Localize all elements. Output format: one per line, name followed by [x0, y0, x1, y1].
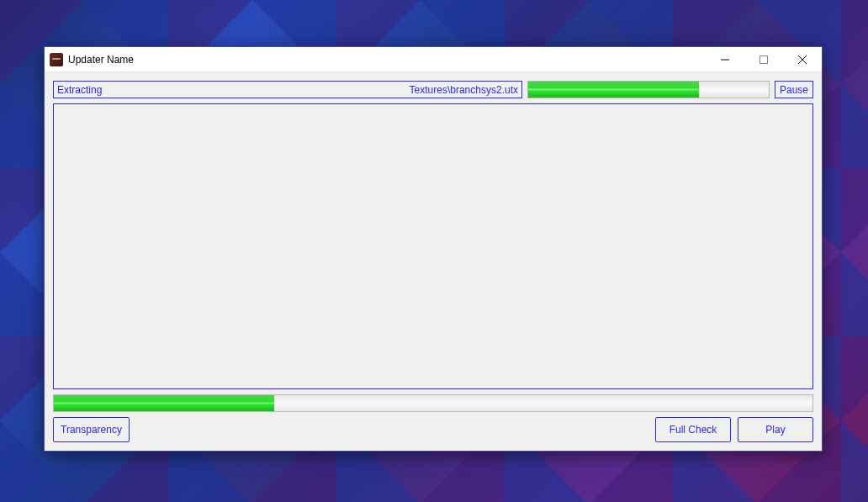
file-progress-bar	[527, 81, 770, 98]
status-action: Extracting	[57, 84, 102, 96]
log-box[interactable]	[53, 103, 813, 389]
minimize-button[interactable]	[706, 47, 744, 71]
pause-button[interactable]: Pause	[775, 81, 813, 98]
top-row: Extracting Textures\branchsys2.utx Pause	[53, 81, 813, 98]
status-file: Textures\branchsys2.utx	[410, 84, 518, 96]
maximize-button[interactable]	[744, 47, 783, 71]
app-icon	[50, 53, 63, 66]
close-button[interactable]	[783, 47, 822, 71]
bottom-row: Transparency Full Check Play	[53, 417, 813, 442]
overall-progress-bar	[53, 394, 813, 412]
file-progress-fill	[528, 82, 699, 98]
window-title: Updater Name	[68, 54, 134, 66]
client-area: Extracting Textures\branchsys2.utx Pause…	[45, 72, 822, 451]
titlebar-controls	[706, 47, 822, 71]
transparency-button[interactable]: Transparency	[53, 417, 130, 442]
updater-window: Updater Name Extracting Textures\branchs…	[44, 46, 823, 452]
svg-rect-1	[760, 55, 768, 63]
status-box: Extracting Textures\branchsys2.utx	[53, 81, 522, 98]
titlebar[interactable]: Updater Name	[45, 47, 822, 72]
play-button[interactable]: Play	[738, 417, 813, 442]
full-check-button[interactable]: Full Check	[655, 417, 731, 442]
overall-progress-fill	[54, 395, 274, 411]
